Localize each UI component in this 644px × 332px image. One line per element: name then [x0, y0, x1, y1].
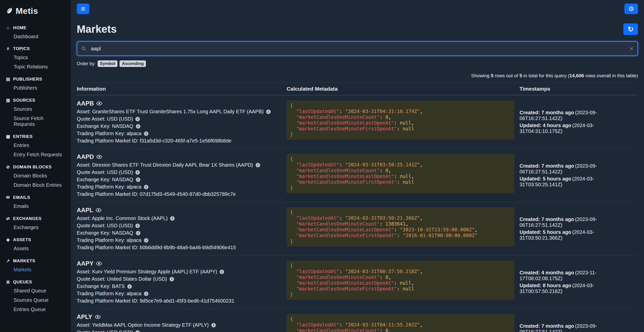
info-icon[interactable]: i: [127, 284, 132, 289]
eye-icon[interactable]: [96, 155, 102, 159]
info-icon[interactable]: i: [136, 177, 140, 182]
json-value: "2023-10-31T23:59:00.000Z": [400, 227, 474, 232]
settings-button[interactable]: ⚙: [624, 4, 638, 14]
trading-platform-market-id-label: Trading Platform Market ID: f31a5d3d-c32…: [77, 138, 231, 144]
section-title: QUEUES: [13, 280, 32, 285]
json-colon: :: [380, 274, 385, 280]
summary-text: Showing: [471, 73, 491, 78]
sidebar-item-sources[interactable]: Sources: [0, 104, 71, 114]
sidebar-item-entries-queue[interactable]: Entries Queue: [0, 305, 71, 314]
column-header-calculated-metadata: Calculated Metadata: [287, 83, 519, 95]
sidebar-section-topics: #TOPICS Topics Topic Relations: [0, 45, 71, 71]
json-close-brace: }: [290, 185, 293, 191]
json-colon: :: [380, 328, 385, 332]
json-value: null: [400, 280, 411, 286]
info-icon[interactable]: i: [144, 185, 148, 189]
sidebar-item-sources-queue[interactable]: Sources Queue: [0, 296, 71, 305]
json-open-brace: {: [290, 103, 293, 108]
sources-icon: ▥: [6, 98, 11, 103]
market-symbol: APLY: [77, 313, 92, 320]
search-input[interactable]: [77, 41, 638, 56]
sidebar-section-sources: ▥SOURCES Sources Source Fetch Requests: [0, 96, 71, 129]
json-key: "lastUpdatedAt": [296, 162, 339, 167]
sidebar-section-domain-blocks: ⊘DOMAIN BLOCKS Domain Blocks Domain Bloc…: [0, 163, 71, 190]
sidebar-item-domain-block-entries[interactable]: Domain Block Entries: [0, 180, 71, 190]
sidebar-item-domain-blocks[interactable]: Domain Blocks: [0, 171, 71, 180]
sidebar-item-topic-relations[interactable]: Topic Relations: [0, 62, 71, 71]
brand-logo[interactable]: Metis: [0, 4, 71, 20]
sidebar-item-markets[interactable]: Markets: [0, 265, 71, 274]
json-colon: :: [394, 173, 400, 179]
quote-asset-label: Quote Asset: United States Dollar (USD): [77, 276, 167, 282]
sidebar-item-dashboard[interactable]: Dashboard: [0, 32, 71, 41]
json-colon: :: [380, 168, 385, 173]
eye-icon[interactable]: [96, 262, 102, 266]
info-icon[interactable]: i: [135, 224, 140, 228]
info-icon[interactable]: i: [135, 170, 140, 175]
clear-search-icon[interactable]: ×: [630, 45, 633, 52]
timestamps-cell: Created: 4 months ago(2023-11-17T08:02:0…: [519, 264, 638, 300]
json-key: "lastUpdatedAt": [296, 269, 339, 274]
column-header-information: Information: [77, 83, 287, 95]
timestamps-cell: Created: 7 months ago(2023-09-06T16:27:5…: [519, 157, 638, 193]
info-icon[interactable]: i: [266, 109, 271, 114]
info-icon[interactable]: i: [256, 163, 260, 167]
sidebar-item-entry-fetch-requests[interactable]: Entry Fetch Requests: [0, 150, 71, 159]
queues-icon: ≣: [6, 279, 11, 285]
summary-text: rows overall in this table): [584, 73, 638, 78]
sidebar-item-entries[interactable]: Entries: [0, 141, 71, 150]
section-title: HOME: [13, 25, 26, 30]
info-icon[interactable]: i: [170, 216, 175, 221]
refresh-button[interactable]: ↻: [623, 23, 638, 35]
info-icon[interactable]: i: [211, 323, 216, 327]
info-icon[interactable]: i: [220, 270, 224, 274]
json-value: null: [403, 179, 414, 185]
order-by-field-badge[interactable]: Symbol: [98, 60, 117, 67]
json-colon: :: [339, 162, 345, 167]
json-close-brace: }: [290, 132, 293, 137]
info-icon[interactable]: i: [170, 277, 174, 281]
order-by-direction-badge[interactable]: Ascending: [119, 60, 146, 67]
sidebar-item-shared-queue[interactable]: Shared Queue: [0, 286, 71, 296]
sidebar: Metis ⌂HOME Dashboard #TOPICS Topics Top…: [0, 0, 71, 332]
section-title: MARKETS: [13, 259, 35, 264]
info-icon[interactable]: i: [144, 238, 148, 243]
main-area: ≡ ⚙ Markets ↻ × Order by: Symbol Ascendi…: [71, 0, 644, 332]
info-icon[interactable]: i: [144, 291, 148, 296]
info-icon[interactable]: i: [144, 131, 148, 136]
eye-icon[interactable]: [96, 101, 102, 105]
sidebar-item-topics[interactable]: Topics: [0, 53, 71, 62]
sidebar-item-exchanges[interactable]: Exchanges: [0, 223, 71, 232]
info-icon[interactable]: i: [135, 330, 140, 332]
section-title: EMAILS: [13, 195, 30, 200]
json-comma: ,: [475, 227, 477, 232]
quote-asset-label: Quote Asset: USD (USD): [77, 329, 133, 332]
info-icon[interactable]: i: [135, 117, 140, 121]
json-key: "lastUpdatedAt": [296, 108, 339, 114]
exchange-key-label: Exchange Key: BATS: [77, 283, 125, 289]
menu-toggle-button[interactable]: ≡: [77, 4, 89, 14]
topbar: ≡ ⚙: [71, 0, 644, 14]
eye-icon[interactable]: [95, 315, 101, 319]
json-comma: ,: [420, 269, 423, 274]
markets-icon: ↗: [6, 258, 11, 264]
sidebar-item-publishers[interactable]: Publishers: [0, 83, 71, 93]
eye-icon[interactable]: [96, 208, 101, 212]
sidebar-item-emails[interactable]: Emails: [0, 202, 71, 211]
section-title: EXCHANGES: [13, 216, 42, 221]
info-icon[interactable]: i: [136, 231, 140, 235]
info-icon[interactable]: i: [136, 124, 140, 129]
json-colon: :: [339, 322, 345, 327]
sidebar-item-assets[interactable]: Assets: [0, 244, 71, 253]
table-body: AAPB Asset: GraniteShares ETF Trust Gran…: [77, 95, 638, 332]
json-colon: :: [394, 120, 400, 126]
json-close-brace: }: [290, 292, 293, 297]
json-comma: ,: [420, 322, 423, 327]
sidebar-item-source-fetch-requests[interactable]: Source Fetch Requests: [0, 114, 71, 129]
sidebar-section-publishers: ▤PUBLISHERS Publishers: [0, 75, 71, 93]
json-value: 0: [385, 114, 388, 120]
quote-asset-label: Quote Asset: USD (USD): [77, 116, 133, 122]
table-row: AAPB Asset: GraniteShares ETF Trust Gran…: [77, 95, 638, 149]
column-header-timestamps: Timestamps: [519, 83, 638, 95]
metadata-json-block: {"lastUpdatedAt": "2024-03-31T03:50:21.3…: [287, 207, 514, 246]
